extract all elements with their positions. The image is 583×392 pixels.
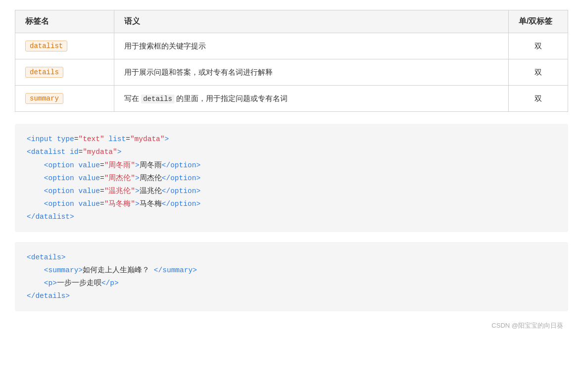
code-span: = xyxy=(100,161,104,169)
code-span: < xyxy=(27,253,31,261)
code-span: < xyxy=(27,135,31,143)
code-span: summary xyxy=(49,266,79,274)
tag-cell: summary xyxy=(15,86,114,112)
code-span: < xyxy=(44,266,49,274)
code-span: </ xyxy=(162,187,170,195)
code-span: > xyxy=(117,148,122,156)
code-span: > xyxy=(135,187,140,195)
code-span: "温兆伦" xyxy=(104,187,135,195)
code-span: p xyxy=(49,279,53,287)
col-header-tag: 标签名 xyxy=(15,10,114,33)
code-block-details: <details> <summary>如何走上人生巅峰？ </summary> … xyxy=(15,242,568,311)
code-span: </ xyxy=(154,266,162,274)
code-span: = xyxy=(126,135,130,143)
code-span: > xyxy=(78,266,83,274)
type-cell: 双 xyxy=(509,59,568,86)
code-span: > xyxy=(196,187,200,195)
code-span: option xyxy=(49,174,74,182)
code-span: </ xyxy=(162,200,170,208)
code-span: > xyxy=(65,292,70,300)
code-span: > xyxy=(135,161,140,169)
code-block-datalist: <input type="text" list="mydata"><datali… xyxy=(15,124,568,232)
code-span: > xyxy=(135,200,140,208)
code-span: > xyxy=(70,213,74,221)
code-span: > xyxy=(61,253,66,261)
code-span: value xyxy=(78,161,100,169)
code-span: < xyxy=(44,174,49,182)
watermark: CSDN @阳宝宝的向日葵 xyxy=(15,321,568,330)
code-span: details xyxy=(31,253,61,261)
code-span: details xyxy=(35,292,65,300)
code-span: option xyxy=(49,200,74,208)
table-row: details用于展示问题和答案，或对专有名词进行解释双 xyxy=(15,59,568,86)
code-span: value xyxy=(78,174,100,182)
code-span: = xyxy=(100,187,104,195)
code-span: datalist xyxy=(31,148,66,156)
code-span: < xyxy=(44,200,49,208)
code-span: </ xyxy=(27,213,35,221)
code-span: = xyxy=(100,174,104,182)
code-span xyxy=(65,148,70,156)
tag-cell: details xyxy=(15,59,114,86)
tag-badge: summary xyxy=(25,93,63,104)
code-span: type xyxy=(57,135,74,143)
code-span: input xyxy=(31,135,53,143)
table-row: summary写在 details 的里面，用于指定问题或专有名词双 xyxy=(15,86,568,112)
code-span: 一步一步走呗 xyxy=(57,279,101,287)
code-span: id xyxy=(70,148,78,156)
desc-cell: 用于展示问题和答案，或对专有名词进行解释 xyxy=(114,59,509,86)
code-span: = xyxy=(78,148,83,156)
code-span: summary xyxy=(162,266,193,274)
code-span: list xyxy=(108,135,126,143)
code-span: = xyxy=(100,200,104,208)
code-span: </ xyxy=(101,279,110,287)
code-span: option xyxy=(170,174,196,182)
code-span: value xyxy=(78,200,100,208)
code-span xyxy=(52,135,57,143)
code-span: < xyxy=(27,148,31,156)
code-span: "mydata" xyxy=(83,148,117,156)
table-row: datalist用于搜索框的关键字提示双 xyxy=(15,33,568,59)
inline-code: details xyxy=(141,95,174,103)
code-span: 马冬梅 xyxy=(140,200,162,208)
code-span: < xyxy=(44,279,49,287)
code-span: option xyxy=(49,161,74,169)
col-header-desc: 语义 xyxy=(114,10,509,33)
code-span: > xyxy=(135,174,140,182)
code-span: > xyxy=(52,279,57,287)
code-span: < xyxy=(44,187,49,195)
code-span: value xyxy=(78,187,100,195)
code-span: 温兆伦 xyxy=(140,187,162,195)
code-span: 如何走上人生巅峰？ xyxy=(83,266,154,274)
code-span: > xyxy=(196,161,200,169)
code-span: </ xyxy=(162,161,170,169)
desc-cell: 写在 details 的里面，用于指定问题或专有名词 xyxy=(114,86,509,112)
desc-cell: 用于搜索框的关键字提示 xyxy=(114,33,509,59)
code-span: > xyxy=(114,279,119,287)
tag-cell: datalist xyxy=(15,33,114,59)
code-span: option xyxy=(170,187,196,195)
tag-badge: details xyxy=(25,67,63,78)
code-span: </ xyxy=(162,174,170,182)
code-span: "mydata" xyxy=(130,135,165,143)
type-cell: 双 xyxy=(509,86,568,112)
code-span: > xyxy=(193,266,197,274)
tag-table: 标签名 语义 单/双标签 datalist用于搜索框的关键字提示双details… xyxy=(15,10,568,112)
code-span: option xyxy=(170,200,196,208)
code-span: p xyxy=(110,279,114,287)
code-span: option xyxy=(49,187,74,195)
code-span: "周冬雨" xyxy=(104,161,135,169)
col-header-type: 单/双标签 xyxy=(509,10,568,33)
code-span: </ xyxy=(27,292,35,300)
tag-badge: datalist xyxy=(25,41,67,51)
code-span: "text" xyxy=(78,135,104,143)
code-span: 周冬雨 xyxy=(140,161,162,169)
code-span: "周杰伦" xyxy=(104,174,135,182)
code-span: < xyxy=(44,161,49,169)
code-span: option xyxy=(170,161,196,169)
type-cell: 双 xyxy=(509,33,568,59)
code-span: > xyxy=(196,174,200,182)
code-span: datalist xyxy=(35,213,70,221)
code-span: > xyxy=(196,200,200,208)
code-span: 周杰伦 xyxy=(140,174,162,182)
